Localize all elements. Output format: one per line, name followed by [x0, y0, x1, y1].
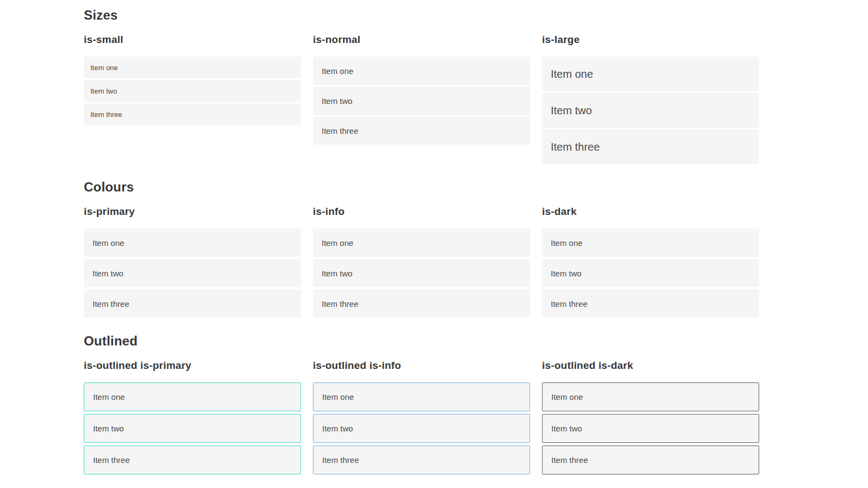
list-outlined-dark: Item one Item two Item three — [542, 382, 759, 474]
list-item[interactable]: Item three — [542, 289, 759, 318]
list-outlined-primary: Item one Item two Item three — [84, 382, 301, 474]
column-heading-is-small: is-small — [84, 33, 301, 46]
section-title-outlined: Outlined — [84, 333, 760, 349]
list-item[interactable]: Item two — [84, 414, 301, 443]
list-normal: Item one Item two Item three — [313, 57, 530, 145]
column-outlined-dark: is-outlined is-dark Item one Item two It… — [542, 359, 759, 477]
section-title-sizes: Sizes — [84, 7, 760, 23]
section-colours: Colours is-primary Item one Item two Ite… — [84, 179, 760, 320]
list-item[interactable]: Item one — [84, 57, 301, 78]
component-demo-page: Sizes is-small Item one Item two Item th… — [0, 0, 868, 488]
section-outlined: Outlined is-outlined is-primary Item one… — [84, 333, 760, 477]
list-item[interactable]: Item three — [542, 446, 759, 474]
column-heading-is-large: is-large — [542, 33, 759, 46]
list-large: Item one Item two Item three — [542, 57, 759, 164]
column-is-dark: is-dark Item one Item two Item three — [542, 205, 759, 320]
column-is-primary: is-primary Item one Item two Item three — [84, 205, 301, 320]
list-item[interactable]: Item three — [313, 446, 530, 474]
list-item[interactable]: Item two — [313, 414, 530, 443]
list-item[interactable]: Item one — [542, 228, 759, 257]
column-heading-is-info: is-info — [313, 205, 530, 218]
list-item[interactable]: Item three — [84, 446, 301, 474]
list-dark: Item one Item two Item three — [542, 228, 759, 318]
column-is-large: is-large Item one Item two Item three — [542, 33, 759, 166]
column-heading-is-normal: is-normal — [313, 33, 530, 46]
list-item[interactable]: Item one — [542, 57, 759, 91]
list-item[interactable]: Item two — [84, 80, 301, 102]
list-outlined-info: Item one Item two Item three — [313, 382, 530, 474]
colours-row: is-primary Item one Item two Item three … — [84, 205, 760, 320]
list-item[interactable]: Item one — [313, 57, 530, 85]
column-outlined-primary: is-outlined is-primary Item one Item two… — [84, 359, 301, 477]
list-info: Item one Item two Item three — [313, 228, 530, 318]
list-primary: Item one Item two Item three — [84, 228, 301, 318]
list-item[interactable]: Item one — [313, 382, 530, 411]
list-item[interactable]: Item three — [542, 129, 759, 164]
list-item[interactable]: Item three — [313, 116, 530, 145]
list-item[interactable]: Item two — [542, 259, 759, 287]
list-item[interactable]: Item two — [542, 93, 759, 128]
column-heading-outlined-primary: is-outlined is-primary — [84, 359, 301, 372]
column-heading-outlined-info: is-outlined is-info — [313, 359, 530, 372]
section-sizes: Sizes is-small Item one Item two Item th… — [84, 7, 760, 166]
column-heading-is-dark: is-dark — [542, 205, 759, 218]
outlined-row: is-outlined is-primary Item one Item two… — [84, 359, 760, 477]
column-is-info: is-info Item one Item two Item three — [313, 205, 530, 320]
list-item[interactable]: Item one — [542, 382, 759, 411]
list-item[interactable]: Item two — [542, 414, 759, 443]
column-is-normal: is-normal Item one Item two Item three — [313, 33, 530, 166]
column-heading-is-primary: is-primary — [84, 205, 301, 218]
column-outlined-info: is-outlined is-info Item one Item two It… — [313, 359, 530, 477]
column-heading-outlined-dark: is-outlined is-dark — [542, 359, 759, 372]
list-item[interactable]: Item one — [313, 228, 530, 257]
list-item[interactable]: Item two — [313, 259, 530, 287]
list-item[interactable]: Item three — [84, 289, 301, 318]
list-item[interactable]: Item two — [313, 87, 530, 115]
list-small: Item one Item two Item three — [84, 57, 301, 125]
sizes-row: is-small Item one Item two Item three is… — [84, 33, 760, 166]
column-is-small: is-small Item one Item two Item three — [84, 33, 301, 166]
list-item[interactable]: Item two — [84, 259, 301, 287]
section-title-colours: Colours — [84, 179, 760, 195]
list-item[interactable]: Item one — [84, 382, 301, 411]
list-item[interactable]: Item three — [313, 289, 530, 318]
list-item[interactable]: Item one — [84, 228, 301, 257]
list-item[interactable]: Item three — [84, 103, 301, 125]
